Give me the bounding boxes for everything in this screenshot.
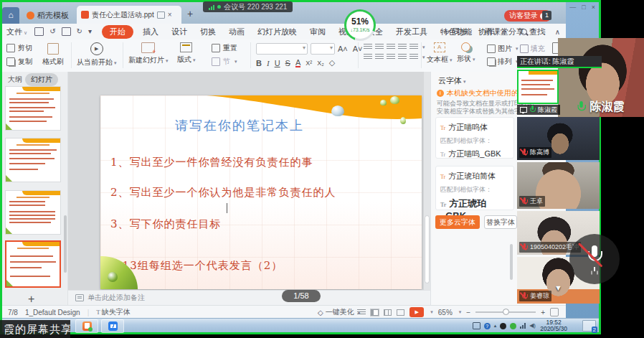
tab-document[interactable]: 责任心主题活动.ppt ×	[77, 6, 181, 24]
new-slide-button[interactable]: 新建幻灯片▾	[128, 42, 169, 65]
menu-tab-design[interactable]: 设计	[165, 27, 194, 37]
line-spacing-icon[interactable]	[409, 54, 418, 60]
format-painter-button[interactable]: 格式刷	[42, 43, 64, 67]
menu-tab-devtools[interactable]: 开发工具	[389, 27, 434, 37]
font-card-1[interactable]: 方正喵呜体 匹配到相似字体： 方正喵呜_GBK	[435, 117, 514, 159]
menu-tab-transition[interactable]: 切换	[194, 27, 222, 37]
notes-toggle-icon[interactable]	[357, 309, 366, 316]
panel-scrollbar[interactable]	[510, 244, 513, 280]
replace-font-button[interactable]: 替换字体	[484, 215, 517, 229]
underline-button[interactable]: U	[275, 59, 280, 67]
normal-view-button[interactable]	[371, 309, 379, 316]
save-icon[interactable]	[34, 27, 44, 36]
play-from-current-button[interactable]: ▶ 从当前开始▾	[77, 42, 117, 67]
antivirus-icon[interactable]	[510, 323, 516, 329]
file-menu[interactable]: 文件∨	[6, 27, 27, 37]
font-color-button[interactable]: A	[295, 59, 300, 67]
meeting-id-pill[interactable]: 会议号 220 293 221	[203, 1, 293, 12]
canvas-scrollbar-thumb[interactable]	[425, 215, 430, 283]
zoom-in-button[interactable]: +	[541, 309, 545, 316]
beautify-button[interactable]: ◇ 一键美化▴	[318, 306, 360, 319]
missing-fonts-status[interactable]: 缺失字体	[96, 307, 131, 317]
add-slide-button[interactable]: +	[28, 293, 34, 306]
speaker-video[interactable]: 陈淑霞	[558, 38, 644, 117]
participant-video-2[interactable]: 王卓	[517, 162, 600, 209]
cut-button[interactable]: 剪切	[6, 43, 32, 53]
canvas-scrollbar[interactable]	[424, 72, 430, 290]
help-tray-icon[interactable]: ?	[484, 323, 491, 329]
share-button[interactable]: ⇗ 分享	[501, 27, 524, 37]
justify-icon[interactable]	[398, 54, 407, 60]
slide-thumbnail-2[interactable]	[5, 138, 61, 182]
shapes-button[interactable]: 形状▾	[457, 42, 475, 64]
grow-font-button[interactable]: A˄	[338, 44, 348, 53]
fit-slide-button[interactable]	[550, 308, 559, 316]
muted-indicator-overlay[interactable]	[569, 234, 620, 284]
font-card-2[interactable]: 方正琥珀简体 匹配到相似字体： 方正琥珀_GBK	[435, 166, 514, 210]
numbering-icon[interactable]	[375, 44, 384, 50]
sidebar-scrollbar[interactable]	[64, 215, 67, 273]
slide-thumbnail-3[interactable]	[5, 190, 61, 235]
picture-button[interactable]: 图片▾	[487, 44, 518, 54]
tab-close-icon[interactable]: ×	[168, 11, 172, 19]
tab-docer-templates[interactable]: 稻壳模板	[22, 7, 73, 24]
align-left-icon[interactable]	[364, 54, 372, 60]
indent-icon[interactable]	[398, 44, 407, 50]
zoom-slider-knob[interactable]	[503, 309, 509, 315]
more-cloud-fonts-button[interactable]: 更多云字体	[435, 215, 480, 229]
taskbar-wps-button[interactable]	[75, 319, 98, 333]
help-icon[interactable]: ?	[531, 28, 535, 36]
layout-button[interactable]: 版式▾	[177, 42, 196, 65]
minimize-icon[interactable]: —	[569, 4, 576, 11]
outline-tab[interactable]: 大纲	[8, 75, 22, 85]
bullets-icon[interactable]	[364, 44, 372, 50]
align-center-icon[interactable]	[375, 54, 384, 60]
zoom-slider[interactable]	[475, 311, 536, 313]
slide-thumbnail-4-selected[interactable]	[5, 240, 61, 288]
more-menu-icon[interactable]: ⋮	[541, 28, 549, 36]
current-slide[interactable]: 请写在你的笔记本上 1、写出至少一件你曾经没有负责任的事 2、写出至少一个你认为…	[100, 95, 422, 289]
show-desktop-button[interactable]: 2	[582, 320, 596, 332]
network-icon[interactable]	[520, 323, 526, 329]
bold-button[interactable]: B	[256, 59, 262, 67]
slide-thumbnail-1[interactable]	[5, 86, 61, 131]
collaborate-button[interactable]: 协作	[478, 27, 494, 37]
italic-button[interactable]: I	[267, 59, 270, 67]
notification-badge[interactable]: 1	[542, 11, 551, 20]
slideshow-play-button[interactable]: ▶	[409, 307, 424, 317]
font-name-select[interactable]	[256, 43, 308, 55]
volume-icon[interactable]: ◀)	[529, 323, 536, 329]
print-icon[interactable]	[62, 27, 71, 36]
slide-sorter-button[interactable]	[384, 309, 392, 316]
qat-dropdown-icon[interactable]: ▾	[88, 28, 92, 35]
screen-share-thumbnail[interactable]	[517, 70, 559, 104]
fill-button[interactable]: 填充	[520, 44, 545, 54]
menu-tab-animation[interactable]: 动画	[222, 27, 251, 37]
taskbar-meeting-button[interactable]	[101, 319, 124, 333]
menu-tab-review[interactable]: 审阅	[303, 27, 332, 37]
panel-title[interactable]: 云字体▾	[438, 75, 466, 86]
qq-icon[interactable]	[500, 323, 506, 329]
subscript-button[interactable]: X₂	[317, 60, 324, 67]
reading-view-button[interactable]	[397, 309, 404, 316]
textbox-button[interactable]: A 文本框▾	[427, 42, 453, 65]
clear-format-icon[interactable]: ◇	[329, 58, 335, 67]
reset-button[interactable]: 重置	[212, 43, 237, 53]
copy-button[interactable]: 复制	[6, 57, 32, 67]
network-speed-ball[interactable]: 51% ↓73.1K/s	[344, 9, 376, 41]
undo-icon[interactable]: ↺	[49, 28, 55, 35]
scroll-more-icon[interactable]	[554, 283, 562, 292]
arrange-button[interactable]: 排列▾	[487, 57, 518, 67]
zoom-level[interactable]: 65%	[438, 309, 453, 316]
text-direction-icon[interactable]	[409, 44, 418, 50]
tray-expand-icon[interactable]: ▴	[494, 323, 497, 329]
strikethrough-button[interactable]: S	[285, 59, 290, 67]
section-button[interactable]: 节▾	[212, 57, 237, 67]
menu-tab-home[interactable]: 开始	[102, 25, 133, 39]
maximize-icon[interactable]: □	[582, 4, 585, 11]
taskbar-clock[interactable]: 19:52 2020/5/30	[540, 319, 567, 332]
collapse-ribbon-icon[interactable]: ∧	[555, 28, 560, 36]
font-size-select[interactable]	[311, 43, 335, 55]
new-tab-button[interactable]: +	[187, 8, 193, 19]
slides-tab[interactable]: 幻灯片	[25, 73, 58, 86]
